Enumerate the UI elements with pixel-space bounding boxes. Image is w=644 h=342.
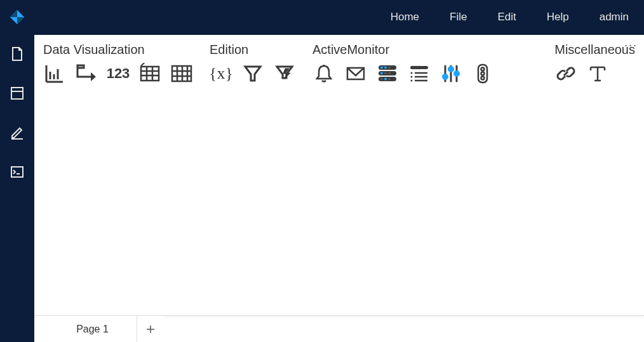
grid-small-icon[interactable] [138,62,161,85]
nav-home[interactable]: Home [375,11,434,23]
sliders-vertical-icon[interactable] [439,62,462,85]
svg-point-40 [380,78,383,81]
svg-line-19 [141,63,145,66]
svg-point-62 [481,77,485,80]
group-title-edition: Edition [210,43,296,57]
svg-point-60 [481,68,485,71]
svg-point-37 [380,72,383,75]
svg-point-61 [481,72,485,76]
svg-point-35 [384,67,387,69]
svg-point-57 [449,67,453,72]
svg-point-38 [384,72,387,75]
trend-arrow-icon[interactable] [75,62,98,85]
nav-user[interactable]: admin [584,11,644,23]
console-icon[interactable] [9,164,25,180]
svg-rect-14 [141,67,159,81]
svg-point-42 [388,78,391,81]
funnel-bolt-icon[interactable] [273,62,296,85]
svg-rect-3 [11,88,23,99]
group-title-activemonitor: ActiveMonitor [312,43,494,57]
variable-braces-icon[interactable]: {x} [210,62,232,85]
svg-point-47 [411,72,413,74]
svg-point-51 [411,80,413,82]
group-active-monitor: ActiveMonitor [312,43,494,85]
link-icon[interactable] [554,62,577,85]
widget-palette: Data Visualization 123 [34,35,644,85]
svg-point-56 [443,75,448,79]
svg-marker-13 [91,72,96,81]
numeric-123-icon[interactable]: 123 [107,62,130,85]
svg-marker-2 [17,17,24,24]
svg-point-58 [455,72,459,76]
group-miscellaneous: Miscellaneous [554,43,635,85]
top-nav-bar: Home File Edit Help admin [0,0,644,34]
app-logo[interactable] [0,8,34,26]
svg-point-45 [415,67,417,69]
nav-help[interactable]: Help [532,11,584,23]
svg-point-36 [388,67,391,69]
funnel-icon[interactable] [241,62,264,85]
svg-point-41 [384,78,387,81]
traffic-light-icon[interactable] [471,62,494,85]
mail-icon[interactable] [344,62,367,85]
svg-rect-6 [11,167,23,177]
bar-chart-icon[interactable] [43,62,66,85]
page-tab-1[interactable]: Page 1 [48,316,137,342]
main-canvas: ··· Data Visualization 123 [34,34,644,342]
nav-file[interactable]: File [434,11,482,23]
io-panel-icon[interactable] [376,62,399,85]
svg-point-44 [412,67,414,69]
group-title-dataviz: Data Visualization [43,43,193,57]
grid-large-icon[interactable] [170,62,193,85]
svg-point-46 [419,67,420,69]
list-lines-icon[interactable] [408,62,431,85]
edit-icon[interactable] [9,124,25,141]
nav-edit[interactable]: Edit [482,11,531,23]
panel-icon[interactable] [9,85,25,102]
page-tabs: Page 1 [34,315,644,342]
add-page-button[interactable] [137,316,164,342]
svg-point-49 [411,76,413,78]
page-icon[interactable] [9,46,25,62]
svg-point-39 [388,72,391,75]
group-data-visualization: Data Visualization 123 [43,43,193,85]
text-icon[interactable] [586,62,609,85]
svg-point-34 [380,67,383,69]
svg-marker-26 [245,67,260,81]
left-sidebar [0,34,34,342]
bell-icon[interactable] [312,62,335,85]
group-title-misc: Miscellaneous [554,43,635,57]
group-edition: Edition {x} [210,43,296,85]
